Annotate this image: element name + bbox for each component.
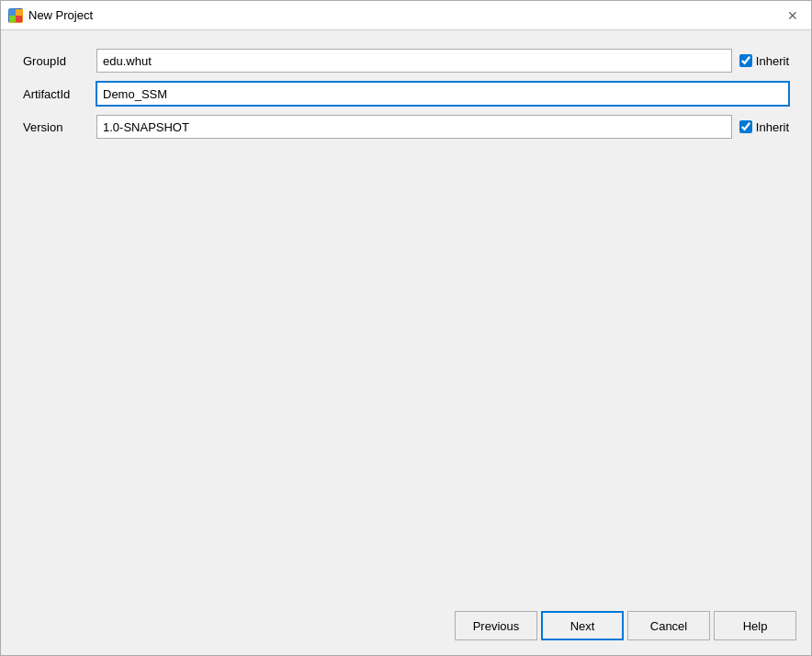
version-row: Version Inherit <box>23 115 789 139</box>
version-label: Version <box>23 120 96 134</box>
next-button[interactable]: Next <box>541 611 624 640</box>
artifactid-row: ArtifactId <box>23 82 789 106</box>
groupid-row: GroupId Inherit <box>23 49 789 73</box>
previous-button[interactable]: Previous <box>455 611 537 640</box>
window-icon <box>8 8 23 23</box>
groupid-label: GroupId <box>23 54 96 68</box>
title-bar: New Project ✕ <box>1 1 811 30</box>
svg-rect-3 <box>16 16 22 22</box>
version-inherit-checkbox[interactable] <box>739 120 752 133</box>
groupid-input[interactable] <box>96 49 732 73</box>
window-title: New Project <box>28 8 93 22</box>
bottom-bar: Previous Next Cancel Help <box>1 602 811 655</box>
close-button[interactable]: ✕ <box>782 5 804 27</box>
artifactid-label: ArtifactId <box>23 87 96 101</box>
groupid-inherit-label: Inherit <box>756 54 789 68</box>
content-area: GroupId Inherit ArtifactId Version Inher… <box>1 30 811 602</box>
groupid-inherit-checkbox[interactable] <box>739 54 752 67</box>
help-button[interactable]: Help <box>714 611 796 640</box>
new-project-window: New Project ✕ GroupId Inherit ArtifactId… <box>0 0 812 656</box>
title-bar-left: New Project <box>8 8 93 23</box>
svg-rect-0 <box>9 9 16 16</box>
cancel-button[interactable]: Cancel <box>627 611 710 640</box>
version-inherit-label: Inherit <box>756 120 789 134</box>
artifactid-input[interactable] <box>96 82 789 106</box>
svg-rect-2 <box>9 16 16 22</box>
version-inherit-group: Inherit <box>739 120 789 134</box>
groupid-inherit-group: Inherit <box>739 54 789 68</box>
svg-rect-1 <box>16 9 22 16</box>
version-input[interactable] <box>96 115 732 139</box>
